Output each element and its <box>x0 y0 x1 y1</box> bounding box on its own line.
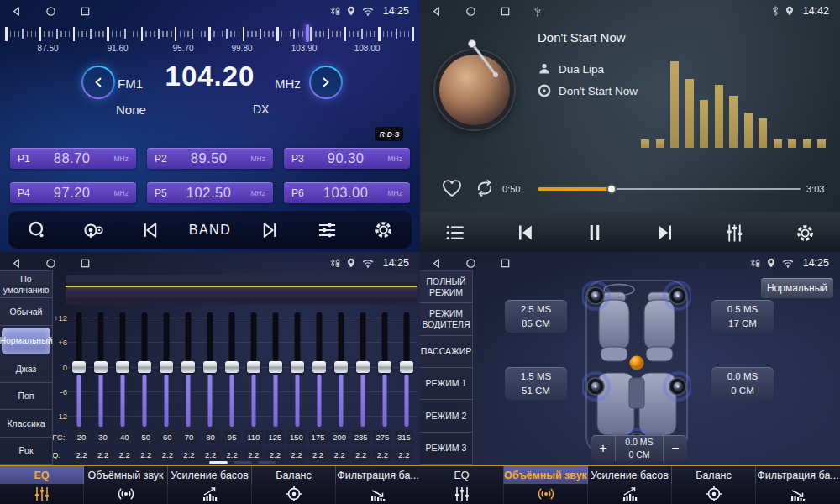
eq-band-slider-275hz[interactable] <box>378 311 391 428</box>
home-icon[interactable] <box>465 258 476 269</box>
eq-band-slider-125hz[interactable] <box>269 311 282 428</box>
recents-icon[interactable] <box>500 258 511 269</box>
slider-handle[interactable] <box>334 361 348 373</box>
fc-value-chip[interactable]: 50 <box>137 430 155 444</box>
preset-button-p4[interactable]: P497.20MHz <box>10 182 136 203</box>
fc-value-chip[interactable]: 110 <box>244 430 263 444</box>
fc-value-chip[interactable]: 95 <box>223 430 241 444</box>
slider-handle[interactable] <box>378 361 391 373</box>
eq-band-slider-50hz[interactable] <box>138 311 151 428</box>
rear-left-delay-chip[interactable]: 1.5 MS 51 CM <box>505 367 567 400</box>
fc-value-chip[interactable]: 150 <box>287 430 306 444</box>
fc-value-chip[interactable]: 200 <box>330 430 349 444</box>
eq-preset-item[interactable]: Джаз <box>0 356 52 383</box>
eq-preset-item[interactable]: Поп <box>0 383 52 410</box>
q-value-chip[interactable]: 2.2 <box>309 448 328 461</box>
prev-track-icon[interactable] <box>508 222 542 244</box>
mode-item[interactable]: РЕЖИМ ВОДИТЕЛЯ <box>420 303 472 335</box>
tab-balance[interactable]: Баланс <box>672 466 756 504</box>
gear-icon[interactable] <box>366 219 400 240</box>
recents-icon[interactable] <box>80 258 91 269</box>
slider-handle[interactable] <box>72 361 86 373</box>
stations-icon[interactable] <box>76 220 110 240</box>
rear-right-delay-chip[interactable]: 0.0 MS 0 CM <box>711 367 774 400</box>
back-icon[interactable] <box>11 258 22 269</box>
eq-band-slider-315hz[interactable] <box>400 311 413 428</box>
front-left-delay-chip[interactable]: 2.5 MS 85 CM <box>505 300 567 333</box>
slider-handle[interactable] <box>356 361 370 373</box>
eq-preset-item[interactable]: Классика <box>0 410 52 437</box>
eq-band-slider-200hz[interactable] <box>334 311 348 428</box>
slider-handle[interactable] <box>138 361 151 373</box>
eq-band-slider-80hz[interactable] <box>203 311 217 428</box>
mode-item[interactable]: РЕЖИМ 1 <box>420 368 472 400</box>
tab-filter[interactable]: Фильтрация ба... <box>336 466 420 504</box>
home-icon[interactable] <box>45 258 56 269</box>
fc-value-chip[interactable]: 315 <box>395 430 413 444</box>
q-value-chip[interactable]: 2.2 <box>158 448 176 461</box>
slider-handle[interactable] <box>160 361 173 373</box>
tab-surround[interactable]: Объёмный звук <box>504 466 588 504</box>
home-icon[interactable] <box>465 6 476 17</box>
slider-handle[interactable] <box>269 361 282 373</box>
recents-icon[interactable] <box>500 6 511 17</box>
preset-button-p3[interactable]: P390.30MHz <box>284 148 410 169</box>
fc-value-chip[interactable]: 60 <box>158 430 176 444</box>
preset-button-p5[interactable]: P5102.50MHz <box>147 182 273 203</box>
eq-band-slider-110hz[interactable] <box>247 311 260 428</box>
search-icon[interactable] <box>20 220 54 240</box>
home-icon[interactable] <box>45 6 56 17</box>
front-right-delay-chip[interactable]: 0.5 MS 17 CM <box>711 300 774 333</box>
q-value-chip[interactable]: 2.2 <box>373 448 391 461</box>
slider-handle[interactable] <box>94 361 108 373</box>
q-value-chip[interactable]: 2.2 <box>395 448 413 461</box>
profile-button[interactable]: Нормальный <box>761 278 833 298</box>
fc-value-chip[interactable]: 30 <box>94 430 113 444</box>
eq-band-slider-235hz[interactable] <box>356 311 370 428</box>
back-icon[interactable] <box>431 258 442 269</box>
tab-bass-boost[interactable]: Усиление басов <box>588 466 672 504</box>
dx-mode-label[interactable]: DX <box>253 102 269 116</box>
gear-icon[interactable] <box>788 223 822 244</box>
tab-eq-sliders[interactable]: EQ <box>420 466 504 504</box>
q-value-chip[interactable]: 2.2 <box>202 448 220 461</box>
q-value-chip[interactable]: 2.2 <box>287 448 306 461</box>
slider-handle[interactable] <box>116 361 129 373</box>
eq-preset-item[interactable]: Обычай <box>0 298 52 325</box>
q-value-chip[interactable]: 2.2 <box>223 448 241 461</box>
recents-icon[interactable] <box>80 6 91 17</box>
slider-handle[interactable] <box>203 361 217 373</box>
sliders-h-icon[interactable] <box>310 220 344 240</box>
slider-handle[interactable] <box>312 361 326 373</box>
mode-item[interactable]: ПОЛНЫЙ РЕЖИМ <box>420 271 472 303</box>
fc-value-chip[interactable]: 20 <box>72 430 91 444</box>
eq-preset-item[interactable]: Рок <box>0 438 52 465</box>
eq-band-slider-60hz[interactable] <box>160 311 173 428</box>
mode-item[interactable]: РЕЖИМ 3 <box>420 433 472 465</box>
page-dot[interactable] <box>209 461 228 464</box>
eq-preset-selected[interactable]: Нормальный <box>2 328 50 354</box>
mode-item[interactable]: ПАССАЖИР <box>420 336 472 368</box>
playlist-icon[interactable] <box>438 223 472 242</box>
eq-band-slider-95hz[interactable] <box>225 311 239 428</box>
preset-button-p2[interactable]: P289.50MHz <box>147 148 273 169</box>
fc-value-chip[interactable]: 175 <box>309 430 328 444</box>
eq-preset-item[interactable]: По умолчанию <box>0 271 52 298</box>
fc-value-chip[interactable]: 40 <box>115 430 134 444</box>
q-value-chip[interactable]: 2.2 <box>352 448 370 461</box>
decrease-button[interactable]: − <box>664 435 687 461</box>
next-track-icon[interactable] <box>648 222 682 244</box>
seek-up-button[interactable] <box>309 66 343 99</box>
tab-eq-sliders[interactable]: EQ <box>0 466 84 504</box>
q-value-chip[interactable]: 2.2 <box>94 448 113 461</box>
sliders-v-icon[interactable] <box>718 223 752 244</box>
back-icon[interactable] <box>431 6 442 17</box>
eq-band-slider-175hz[interactable] <box>312 311 326 428</box>
slider-handle[interactable] <box>400 361 413 373</box>
repeat-icon[interactable] <box>474 178 496 198</box>
tuner-scale[interactable] <box>5 25 415 42</box>
page-dot[interactable] <box>258 461 276 464</box>
fc-value-chip[interactable]: 80 <box>202 430 220 444</box>
fc-value-chip[interactable]: 235 <box>352 430 370 444</box>
fc-value-chip[interactable]: 275 <box>373 430 391 444</box>
